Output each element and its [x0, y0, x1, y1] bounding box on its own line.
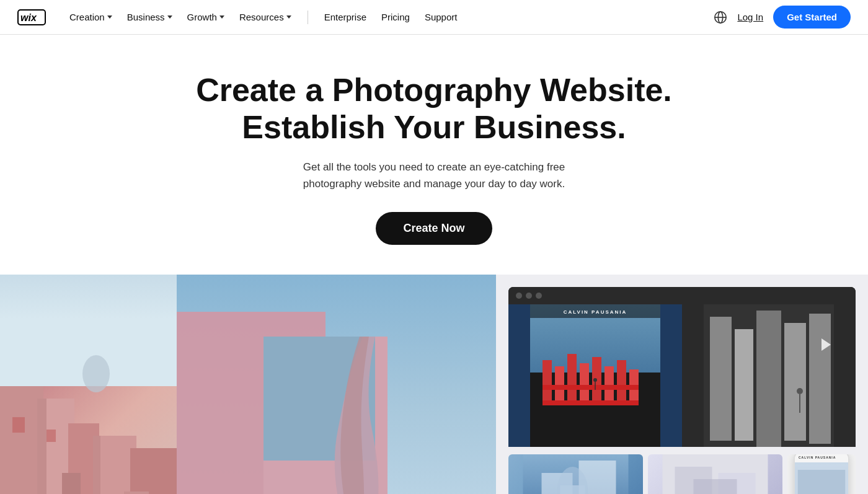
create-now-button[interactable]: Create Now	[376, 212, 492, 245]
svg-point-40	[593, 378, 597, 382]
chevron-down-icon	[219, 15, 224, 19]
svg-rect-16	[46, 430, 56, 442]
nav-item-enterprise[interactable]: Enterprise	[318, 8, 373, 26]
browser-mockup: CALVIN PAUSANIA	[508, 287, 856, 447]
svg-rect-45	[710, 317, 732, 441]
chevron-down-icon	[286, 15, 291, 19]
browser-dot-2	[526, 293, 532, 299]
phone-brand-label: CALVIN PAUSANIA	[799, 456, 836, 459]
hero-title-line2: Establish Your Business.	[242, 109, 626, 145]
thumbnail-1	[508, 454, 643, 494]
svg-rect-63	[798, 470, 845, 494]
svg-rect-30	[542, 360, 552, 404]
nav-label-enterprise: Enterprise	[324, 12, 366, 22]
nav-right: Log In Get Started	[714, 6, 851, 29]
hero-title-line1: Create a Photography Website.	[196, 72, 672, 108]
svg-rect-48	[784, 323, 806, 441]
image-section: CALVIN PAUSANIA	[0, 275, 868, 494]
nav-item-growth[interactable]: Growth	[181, 8, 231, 26]
phone-mockup: CALVIN PAUSANIA	[794, 454, 849, 494]
chevron-down-icon	[107, 15, 112, 19]
svg-rect-15	[12, 417, 25, 433]
svg-rect-39	[542, 400, 639, 405]
thumbnails-row: CALVIN PAUSANIA	[508, 454, 856, 494]
nav-label-support: Support	[425, 12, 458, 22]
nav-divider	[308, 11, 308, 24]
svg-rect-47	[756, 311, 781, 447]
browser-dot-1	[516, 293, 522, 299]
hero-title: Create a Photography Website. Establish …	[186, 72, 682, 146]
nav-item-support[interactable]: Support	[418, 8, 464, 26]
hero-section: Create a Photography Website. Establish …	[0, 35, 868, 275]
svg-rect-7	[0, 386, 43, 494]
svg-rect-38	[542, 385, 639, 390]
svg-rect-20	[93, 436, 100, 494]
nav-item-creation[interactable]: Creation	[63, 8, 118, 26]
right-preview-section: CALVIN PAUSANIA	[496, 275, 868, 494]
phone-header: CALVIN PAUSANIA	[795, 454, 848, 462]
nav-item-business[interactable]: Business	[121, 8, 179, 26]
thumbnail-phone: CALVIN PAUSANIA	[787, 454, 856, 494]
svg-rect-46	[735, 329, 753, 441]
phone-content	[795, 462, 848, 494]
nav-label-growth: Growth	[187, 12, 217, 22]
svg-rect-19	[37, 399, 46, 494]
nav-item-pricing[interactable]: Pricing	[375, 8, 416, 26]
svg-point-50	[797, 388, 803, 394]
login-link[interactable]: Log In	[737, 12, 763, 22]
nav-label-resources: Resources	[239, 12, 284, 22]
nav-label-creation: Creation	[69, 12, 105, 22]
svg-rect-61	[694, 479, 737, 494]
svg-text:CALVIN PAUSANIA: CALVIN PAUSANIA	[564, 309, 627, 315]
thumbnail-2	[648, 454, 782, 494]
left-architecture-image	[0, 275, 177, 494]
nav-item-resources[interactable]: Resources	[233, 8, 298, 26]
svg-rect-17	[62, 473, 81, 494]
browser-right-panel	[682, 304, 856, 447]
browser-left-panel: CALVIN PAUSANIA	[508, 304, 682, 447]
svg-rect-11	[130, 448, 177, 494]
svg-rect-49	[809, 314, 831, 444]
svg-rect-36	[617, 360, 626, 404]
get-started-button[interactable]: Get Started	[773, 6, 851, 29]
nav-label-business: Business	[127, 12, 165, 22]
chevron-down-icon	[167, 15, 172, 19]
navbar: wix Creation Business Growth Resources E…	[0, 0, 868, 35]
browser-dot-3	[536, 293, 542, 299]
wix-logo[interactable]: wix	[17, 9, 46, 25]
globe-icon[interactable]	[714, 11, 727, 24]
browser-content: CALVIN PAUSANIA	[508, 304, 856, 447]
svg-rect-18	[124, 492, 149, 494]
center-sculpture-image	[177, 275, 496, 494]
svg-text:wix: wix	[20, 12, 37, 23]
svg-rect-33	[580, 363, 589, 404]
hero-subtitle: Get all the tools you need to create an …	[279, 159, 589, 192]
svg-point-6	[82, 355, 110, 392]
nav-label-pricing: Pricing	[381, 12, 410, 22]
svg-rect-32	[567, 354, 577, 404]
nav-links: Creation Business Growth Resources Enter…	[63, 8, 714, 26]
browser-bar	[508, 287, 856, 304]
